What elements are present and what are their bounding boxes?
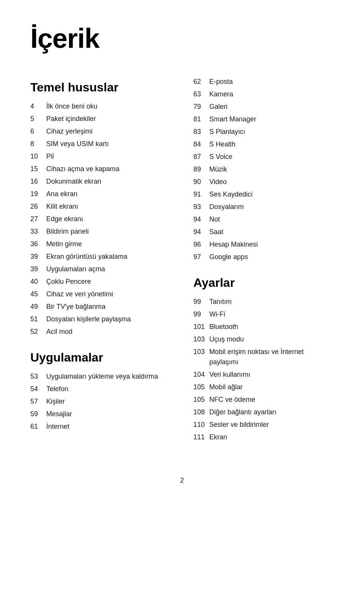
right-column: 62E-posta63Kamera79Galeri81Smart Manager… xyxy=(193,77,334,454)
toc-item: 39Uygulamaları açma xyxy=(30,264,171,274)
toc-item: 89Müzik xyxy=(193,164,334,175)
toc-item: 94Not xyxy=(193,214,334,225)
toc-number: 110 xyxy=(193,420,209,430)
toc-item: 40Çoklu Pencere xyxy=(30,277,171,287)
toc-text: Metin girme xyxy=(46,239,82,249)
toc-number: 63 xyxy=(193,89,209,99)
toc-item: 94Saat xyxy=(193,227,334,237)
toc-item: 10Pil xyxy=(30,151,171,162)
toc-item: 87S Voice xyxy=(193,152,334,162)
toc-number: 111 xyxy=(193,432,209,442)
toc-text: Not xyxy=(209,214,220,225)
toc-text: Uçuş modu xyxy=(209,334,244,344)
toc-text: Bir TV'ye bağlanma xyxy=(46,302,105,312)
toc-text: Telefon xyxy=(46,384,68,394)
toc-text: Veri kullanımı xyxy=(209,370,250,380)
toc-item: 6Cihaz yerleşimi xyxy=(30,126,171,137)
toc-item: 105Mobil ağlar xyxy=(193,382,334,392)
toc-item: 110Sesler ve bildirimler xyxy=(193,420,334,430)
toc-text: Cihazı açma ve kapama xyxy=(46,164,119,174)
toc-item: 45Cihaz ve veri yönetimi xyxy=(30,289,171,299)
toc-text: İlk önce beni oku xyxy=(46,101,97,112)
toc-number: 59 xyxy=(30,409,46,419)
toc-item: 52Acil mod xyxy=(30,327,171,337)
toc-number: 15 xyxy=(30,164,46,174)
toc-number: 4 xyxy=(30,101,46,112)
uygulamalar-list: 53Uygulamaları yükleme veya kaldırma54Te… xyxy=(30,371,171,432)
toc-text: Ekran xyxy=(209,432,227,442)
toc-number: 99 xyxy=(193,309,209,319)
toc-number: 10 xyxy=(30,151,46,162)
toc-text: Ses Kaydedici xyxy=(209,189,253,200)
toc-number: 39 xyxy=(30,252,46,262)
toc-number: 94 xyxy=(193,214,209,225)
toc-text: Video xyxy=(209,177,227,187)
toc-number: 27 xyxy=(30,214,46,224)
toc-item: 105NFC ve ödeme xyxy=(193,395,334,405)
toc-number: 91 xyxy=(193,189,209,200)
toc-number: 99 xyxy=(193,297,209,307)
toc-item: 49Bir TV'ye bağlanma xyxy=(30,302,171,312)
ayarlar-title: Ayarlar xyxy=(193,276,334,290)
toc-text: Saat xyxy=(209,227,223,237)
toc-text: Smart Manager xyxy=(209,114,256,124)
toc-text: Uygulamaları yükleme veya kaldırma xyxy=(46,371,158,382)
toc-number: 19 xyxy=(30,189,46,199)
toc-item: 96Hesap Makinesi xyxy=(193,239,334,250)
uygulamalar-title: Uygulamalar xyxy=(30,351,171,365)
toc-number: 93 xyxy=(193,202,209,212)
toc-text: Bildirim paneli xyxy=(46,227,89,237)
toc-text: S Planlayıcı xyxy=(209,127,245,137)
toc-number: 62 xyxy=(193,77,209,87)
toc-item: 4İlk önce beni oku xyxy=(30,101,171,112)
ayarlar-list: 99Tanıtım99Wi-Fi101Bluetooth103Uçuş modu… xyxy=(193,297,334,442)
toc-item: 101Bluetooth xyxy=(193,322,334,332)
toc-text: İnternet xyxy=(46,422,69,432)
toc-text: Çoklu Pencere xyxy=(46,277,91,287)
toc-item: 59Mesajlar xyxy=(30,409,171,419)
toc-number: 81 xyxy=(193,114,209,124)
toc-item: 104Veri kullanımı xyxy=(193,370,334,380)
toc-number: 45 xyxy=(30,289,46,299)
toc-item: 33Bildirim paneli xyxy=(30,227,171,237)
toc-number: 97 xyxy=(193,252,209,262)
toc-item: 103Uçuş modu xyxy=(193,334,334,344)
toc-text: Sesler ve bildirimler xyxy=(209,420,269,430)
toc-item: 8SIM veya USIM kartı xyxy=(30,139,171,149)
toc-text: Mobil erişim noktası ve İnternet paylaşı… xyxy=(209,347,334,367)
toc-item: 19Ana ekran xyxy=(30,189,171,199)
toc-text: Cihaz ve veri yönetimi xyxy=(46,289,113,299)
toc-number: 49 xyxy=(30,302,46,312)
toc-item: 90Video xyxy=(193,177,334,187)
toc-number: 105 xyxy=(193,382,209,392)
toc-text: SIM veya USIM kartı xyxy=(46,139,109,149)
toc-number: 36 xyxy=(30,239,46,249)
toc-text: Acil mod xyxy=(46,327,72,337)
toc-item: 81Smart Manager xyxy=(193,114,334,124)
toc-text: Dosyalarım xyxy=(209,202,244,212)
toc-text: Bluetooth xyxy=(209,322,238,332)
toc-number: 16 xyxy=(30,176,46,187)
toc-text: Kişiler xyxy=(46,396,65,407)
toc-text: Uygulamaları açma xyxy=(46,264,105,274)
toc-item: 99Tanıtım xyxy=(193,297,334,307)
toc-number: 26 xyxy=(30,201,46,212)
toc-text: Ana ekran xyxy=(46,189,77,199)
toc-item: 91Ses Kaydedici xyxy=(193,189,334,200)
toc-item: 61İnternet xyxy=(30,422,171,432)
toc-item: 93Dosyalarım xyxy=(193,202,334,212)
toc-item: 79Galeri xyxy=(193,102,334,112)
toc-text: Müzik xyxy=(209,164,227,175)
right-items-list: 62E-posta63Kamera79Galeri81Smart Manager… xyxy=(193,77,334,262)
toc-number: 103 xyxy=(193,334,209,344)
toc-item: 97Google apps xyxy=(193,252,334,262)
toc-number: 94 xyxy=(193,227,209,237)
toc-item: 111Ekran xyxy=(193,432,334,442)
toc-number: 52 xyxy=(30,327,46,337)
toc-item: 27Edge ekranı xyxy=(30,214,171,224)
toc-text: Mobil ağlar xyxy=(209,382,243,392)
toc-number: 105 xyxy=(193,395,209,405)
toc-number: 83 xyxy=(193,127,209,137)
toc-number: 33 xyxy=(30,227,46,237)
toc-number: 53 xyxy=(30,371,46,382)
